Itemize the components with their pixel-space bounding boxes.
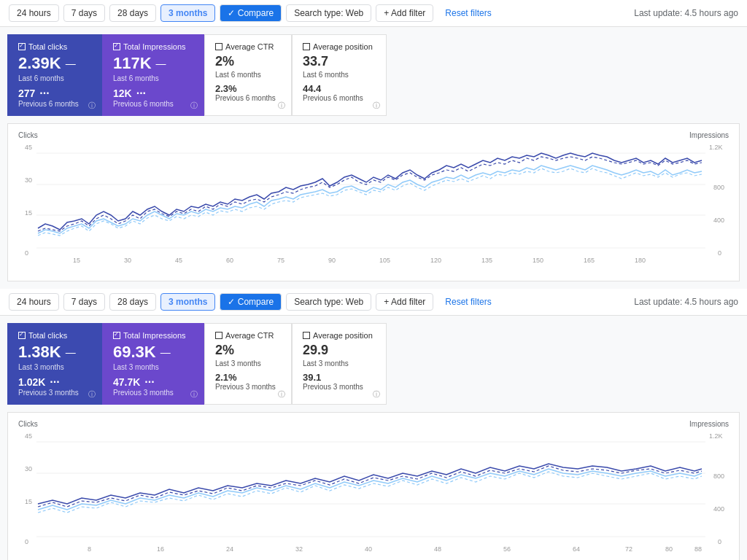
metric-prev-ctr: 2.3% bbox=[215, 83, 281, 94]
metric-period-impressions-2: Last 3 months bbox=[113, 363, 193, 371]
svg-text:32: 32 bbox=[295, 545, 303, 553]
svg-text:80: 80 bbox=[665, 545, 673, 553]
chart-svg-1: 45 30 15 0 1.2K 800 400 0 15 30 45 60 75… bbox=[18, 142, 729, 273]
metric-title-clicks: Total clicks bbox=[18, 42, 91, 51]
metric-title-ctr: Average CTR bbox=[215, 42, 281, 51]
btn-7d-2[interactable]: 7 days bbox=[63, 293, 105, 311]
metric-period-position-2: Last 3 months bbox=[303, 359, 376, 368]
svg-text:15: 15 bbox=[25, 498, 32, 505]
metric-title-position-2: Average position bbox=[303, 331, 376, 340]
svg-text:30: 30 bbox=[25, 176, 32, 184]
svg-text:400: 400 bbox=[713, 217, 724, 224]
svg-text:0: 0 bbox=[25, 249, 28, 257]
info-icon-clicks: ⓘ bbox=[88, 101, 96, 111]
metric-period-position: Last 6 months bbox=[303, 71, 376, 79]
svg-text:150: 150 bbox=[533, 257, 543, 264]
metric-prev-period-clicks: Previous 6 months bbox=[18, 100, 91, 108]
svg-text:0: 0 bbox=[718, 538, 721, 545]
metric-average-ctr[interactable]: Average CTR 2% Last 6 months 2.3% Previo… bbox=[204, 34, 292, 116]
metrics-row-2: Total clicks 1.38K — Last 3 months 1.02K… bbox=[7, 323, 740, 405]
metric-prev-impressions-2: 47.7K ··· bbox=[113, 376, 193, 389]
btn-28d-2[interactable]: 28 days bbox=[109, 293, 156, 311]
metric-total-clicks-2[interactable]: Total clicks 1.38K — Last 3 months 1.02K… bbox=[7, 323, 102, 405]
metric-prev-period-clicks-2: Previous 3 months bbox=[18, 389, 91, 397]
metric-value-clicks: 2.39K — bbox=[18, 54, 91, 73]
compare-btn-2[interactable]: ✓ Compare bbox=[220, 293, 282, 311]
svg-text:45: 45 bbox=[175, 257, 182, 264]
metric-prev-period-position: Previous 6 months bbox=[303, 94, 376, 102]
metric-value-impressions: 117K — bbox=[113, 54, 193, 73]
svg-text:75: 75 bbox=[277, 257, 285, 264]
reset-filters-btn-2[interactable]: Reset filters bbox=[438, 294, 498, 310]
svg-text:105: 105 bbox=[379, 257, 390, 264]
checkbox-ctr-2[interactable] bbox=[215, 332, 222, 339]
metric-prev-period-position-2: Previous 3 months bbox=[303, 383, 376, 391]
svg-text:180: 180 bbox=[635, 257, 646, 264]
metric-average-ctr-2[interactable]: Average CTR 2% Last 3 months 2.1% Previo… bbox=[204, 323, 292, 405]
add-filter-btn-1[interactable]: + Add filter bbox=[376, 4, 433, 22]
checkbox-ctr[interactable] bbox=[215, 43, 222, 50]
svg-text:88: 88 bbox=[694, 545, 702, 553]
btn-28d-1[interactable]: 28 days bbox=[109, 4, 156, 22]
info-icon-clicks-2: ⓘ bbox=[88, 389, 96, 400]
metric-period-ctr: Last 6 months bbox=[215, 71, 281, 79]
checkbox-position[interactable] bbox=[303, 43, 310, 50]
checkbox-clicks-2[interactable] bbox=[18, 332, 26, 339]
svg-text:48: 48 bbox=[434, 545, 441, 553]
metric-total-impressions-2[interactable]: Total Impressions 69.3K — Last 3 months … bbox=[102, 323, 204, 405]
info-icon-position: ⓘ bbox=[373, 101, 380, 111]
checkbox-impressions[interactable] bbox=[113, 43, 120, 50]
chart-svg-2: 45 30 15 0 1.2K 800 400 0 8 16 24 32 40 … bbox=[18, 431, 729, 560]
metrics-row-1: Total clicks 2.39K — Last 6 months 277 ·… bbox=[7, 34, 740, 116]
metric-prev-period-impressions: Previous 6 months bbox=[113, 100, 193, 108]
metric-total-clicks[interactable]: Total clicks 2.39K — Last 6 months 277 ·… bbox=[7, 34, 102, 116]
chart-1: Clicks Impressions 45 30 15 0 1.2K 800 4… bbox=[7, 123, 740, 281]
y-axis-label-right-1: Impressions bbox=[689, 131, 729, 139]
metric-prev-period-ctr: Previous 6 months bbox=[215, 94, 281, 102]
btn-24h-2[interactable]: 24 hours bbox=[9, 293, 59, 311]
checkbox-impressions-2[interactable] bbox=[113, 332, 120, 339]
svg-text:135: 135 bbox=[481, 257, 492, 264]
svg-text:1.2K: 1.2K bbox=[709, 432, 723, 440]
svg-text:56: 56 bbox=[503, 545, 511, 553]
compare-btn-1[interactable]: ✓ Compare bbox=[220, 4, 282, 22]
info-icon-ctr: ⓘ bbox=[278, 101, 285, 111]
add-filter-btn-2[interactable]: + Add filter bbox=[376, 293, 433, 311]
metric-prev-impressions: 12K ··· bbox=[113, 87, 193, 100]
toolbar-2: 24 hours 7 days 28 days 3 months ✓ Compa… bbox=[0, 289, 747, 316]
metric-average-position-2[interactable]: Average position 29.9 Last 3 months 39.1… bbox=[292, 323, 387, 405]
svg-text:30: 30 bbox=[124, 257, 131, 264]
chart-2: Clicks Impressions 45 30 15 0 1.2K 800 4… bbox=[7, 412, 740, 560]
toolbar-1: 24 hours 7 days 28 days 3 months ✓ Compa… bbox=[0, 0, 747, 27]
metric-value-impressions-2: 69.3K — bbox=[113, 343, 193, 362]
checkbox-clicks[interactable] bbox=[18, 43, 26, 50]
metric-title-impressions-2: Total Impressions bbox=[113, 331, 193, 340]
metric-total-impressions[interactable]: Total Impressions 117K — Last 6 months 1… bbox=[102, 34, 204, 116]
reset-filters-btn-1[interactable]: Reset filters bbox=[438, 5, 498, 21]
metric-title-clicks-2: Total clicks bbox=[18, 331, 91, 340]
metric-prev-period-ctr-2: Previous 3 months bbox=[215, 383, 281, 391]
btn-3m-1[interactable]: 3 months bbox=[160, 4, 215, 22]
metric-title-position: Average position bbox=[303, 42, 376, 51]
last-update-2: Last update: 4.5 hours ago bbox=[634, 297, 738, 307]
svg-text:72: 72 bbox=[625, 545, 632, 553]
btn-24h-1[interactable]: 24 hours bbox=[9, 4, 59, 22]
metric-period-clicks: Last 6 months bbox=[18, 74, 91, 82]
info-icon-position-2: ⓘ bbox=[373, 389, 380, 400]
checkbox-position-2[interactable] bbox=[303, 332, 310, 339]
metric-prev-clicks-2: 1.02K ··· bbox=[18, 376, 91, 389]
svg-text:800: 800 bbox=[713, 184, 724, 191]
svg-text:64: 64 bbox=[573, 545, 580, 553]
search-type-btn-1[interactable]: Search type: Web bbox=[286, 4, 371, 22]
metric-average-position[interactable]: Average position 33.7 Last 6 months 44.4… bbox=[292, 34, 387, 116]
svg-text:120: 120 bbox=[430, 257, 441, 264]
btn-7d-1[interactable]: 7 days bbox=[63, 4, 105, 22]
metric-prev-clicks: 277 ··· bbox=[18, 87, 91, 100]
metric-period-clicks-2: Last 3 months bbox=[18, 363, 91, 371]
metric-value-position: 33.7 bbox=[303, 54, 376, 69]
metric-value-clicks-2: 1.38K — bbox=[18, 343, 91, 362]
svg-text:800: 800 bbox=[713, 472, 724, 480]
section-1: Total clicks 2.39K — Last 6 months 277 ·… bbox=[0, 27, 747, 289]
btn-3m-2[interactable]: 3 months bbox=[160, 293, 215, 311]
search-type-btn-2[interactable]: Search type: Web bbox=[286, 293, 371, 311]
